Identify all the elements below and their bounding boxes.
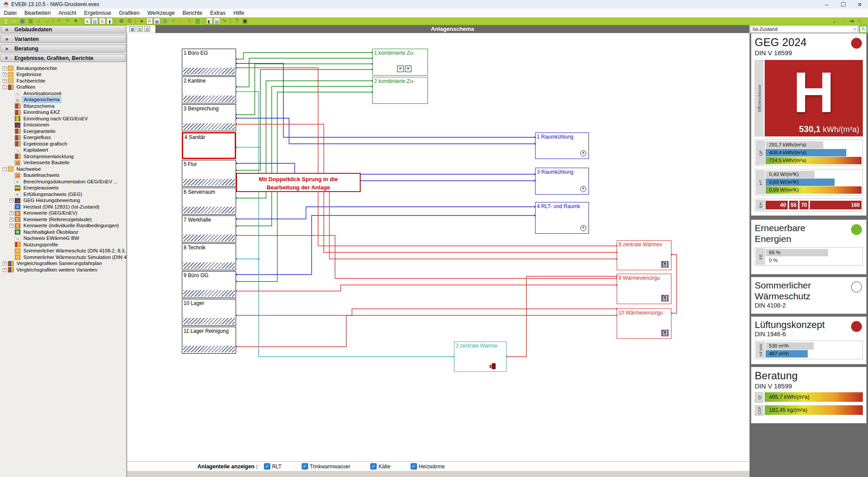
sidebar-section-varianten[interactable]: »Varianten: [0, 35, 126, 43]
ahu-box-1-kombinierte-zu[interactable]: 1 kombinierte Zu-✕✕: [372, 49, 428, 76]
import-icon[interactable]: ↓: [35, 18, 43, 24]
lightning-icon[interactable]: ↯: [186, 18, 193, 24]
expand-icon[interactable]: +: [3, 73, 7, 76]
expand-icon[interactable]: +: [10, 218, 13, 222]
copy-structure-icon[interactable]: ⧉: [118, 18, 125, 24]
tree-item-einordnung-nach-geg-enev[interactable]: Einordnung nach GEG/EnEV: [0, 116, 126, 122]
room-box-11-lager-reinigung[interactable]: 11 Lager Reinigung: [182, 327, 236, 354]
screen-icon[interactable]: ▣: [241, 18, 249, 24]
sun-icon[interactable]: ☀: [178, 18, 185, 24]
tree-item-berechnungsdokumentation-geg-enev[interactable]: ≡Berechnungsdokumentation GEG/EnEV ...: [0, 179, 126, 185]
expand-icon[interactable]: +: [3, 79, 7, 83]
layer-toggle-kälte[interactable]: ✓Kälte: [370, 463, 390, 470]
report-doc-icon[interactable]: ≡: [84, 18, 91, 24]
chart-bars-icon[interactable]: ▥: [194, 18, 201, 24]
heating-box-9-wärmeversorgu[interactable]: 9 Wärmeversorgu: [617, 274, 671, 304]
room-box-1-büro-eg[interactable]: 1 Büro EG: [182, 49, 236, 76]
tree-item-bilanzschema[interactable]: Bilanzschema: [0, 103, 126, 109]
table-icon[interactable]: ▦: [154, 18, 160, 24]
sidebar-section-ergebnisse-grafiken-berichte[interactable]: »Ergebnisse, Grafiken, Berichte: [0, 54, 126, 62]
room-box-5-flur[interactable]: 5 Flur: [182, 160, 236, 187]
menu-datei[interactable]: Datei: [0, 9, 20, 17]
tree-item-energiefluss[interactable]: Energiefluss: [0, 135, 126, 141]
room-box-3-besprechung[interactable]: 3 Besprechung: [182, 104, 236, 131]
checkbox-checked-icon[interactable]: ✓: [370, 463, 377, 470]
redo-icon[interactable]: ↷: [64, 18, 71, 24]
tree-item-kennwerte-individuelle-randbedingungen[interactable]: +ΣKennwerte (individuelle Randbedingunge…: [0, 223, 126, 229]
checkbox-checked-icon[interactable]: ✓: [302, 463, 308, 470]
room-box-10-lager[interactable]: 10 Lager: [182, 299, 236, 326]
checkbox-checked-icon[interactable]: ✓: [411, 463, 417, 470]
layer-toggle-trinkwarmwasser[interactable]: ✓Trinkwarmwasser: [302, 463, 351, 470]
menu-hilfe[interactable]: Hilfe: [230, 9, 248, 17]
cooling-box-3-raumkühlung[interactable]: 3 Raumkühlung✕: [535, 168, 589, 195]
sidebar-section-beratung[interactable]: »Beratung: [0, 44, 126, 53]
tree-item-kapitalwert[interactable]: ∿Kapitalwert: [0, 147, 126, 154]
tree-item-erfüllungsnachweis-geg[interactable]: ≡Erfüllungsnachweis (GEG): [0, 191, 126, 198]
tree-item-verbesserte-bauteile[interactable]: ▤Verbesserte Bauteile: [0, 160, 126, 166]
variant-dropdown[interactable]: Ist-Zustand ˅: [750, 26, 858, 33]
tree-item-emissionen[interactable]: ◢Emissionen: [0, 122, 126, 129]
room-box-2-kantine[interactable]: 2 Kantine: [182, 76, 236, 103]
goto-icon[interactable]: ⇥: [848, 18, 855, 24]
chart-doc-icon[interactable]: ▮: [106, 18, 113, 24]
tree-item-kennwerte-geg-enev[interactable]: +ΣKennwerte (GEG/EnEV): [0, 210, 126, 217]
expand-icon[interactable]: +: [10, 224, 13, 228]
tree-item-geg-heizungsbewertung[interactable]: +◢GEG Heizungsbewertung: [0, 198, 126, 204]
menu-grafiken[interactable]: Grafiken: [115, 9, 143, 17]
forward-icon[interactable]: →: [839, 18, 847, 24]
tree-item-strompreisentwicklung[interactable]: Strompreisentwicklung: [0, 153, 126, 160]
tree-item-fachberichte[interactable]: +Fachberichte: [0, 78, 126, 84]
print-icon[interactable]: ▥: [144, 26, 150, 32]
expand-icon[interactable]: +: [10, 199, 13, 202]
tree-item-energieausweis[interactable]: Energieausweis: [0, 185, 126, 192]
wizard-icon[interactable]: ✶: [72, 18, 79, 24]
maximize-button[interactable]: ☐: [835, 0, 852, 9]
tree-item-vergleichsgrafiken-sanierungsfahrplan[interactable]: +Vergleichsgrafiken Sanierungsfahrplan: [0, 261, 126, 267]
tree-item-amortisationszeit[interactable]: ∿Amortisationszeit: [0, 90, 126, 97]
menu-bearbeiten[interactable]: Bearbeiten: [20, 9, 54, 17]
room-box-8-technik[interactable]: 8 Technik: [182, 243, 236, 270]
dhw-box-2-zentrale-warmw[interactable]: 2 zentrale Warmw: [454, 341, 506, 372]
tree-item-vergleichsgrafiken-weitere-varianten[interactable]: +Vergleichsgrafiken weitere Varianten: [0, 267, 126, 273]
room-box-9-büro-og[interactable]: 9 Büro OG: [182, 271, 236, 298]
tree-item-anlagenschema[interactable]: ⧉Anlagenschema: [0, 97, 126, 103]
export-icon[interactable]: →: [43, 18, 51, 24]
expand-icon[interactable]: +: [3, 66, 7, 70]
layer-toggle-heizwärme[interactable]: ✓Heizwärme: [411, 463, 445, 470]
excel-icon[interactable]: X: [99, 18, 105, 24]
save-icon[interactable]: ▦: [19, 18, 26, 24]
cooling-box-1-raumkühlung[interactable]: 1 Raumkühlung✕: [535, 132, 589, 159]
tree-item-einordnung-ekz[interactable]: Einordnung EKZ: [0, 109, 126, 116]
note-icon[interactable]: ▤: [214, 18, 220, 24]
edit-chart-icon[interactable]: ✎: [856, 18, 863, 24]
help-icon[interactable]: ?: [233, 18, 240, 24]
export-icon[interactable]: ▤: [137, 26, 143, 32]
expand-icon[interactable]: +: [3, 262, 7, 265]
tree-item-nachhaltigkeit-ökobilanz[interactable]: ✿Nachhaltigkeit Ökobilanz: [0, 229, 126, 235]
tree-item-nachweise[interactable]: −Nachweise: [0, 166, 126, 172]
pdf-icon[interactable]: P: [146, 18, 153, 24]
pen-icon[interactable]: ✎: [221, 18, 228, 24]
collapse-icon[interactable]: −: [3, 167, 7, 171]
menu-ergebnisse[interactable]: Ergebnisse: [80, 9, 115, 17]
tree-item-nachweis-ewärmeg-bw[interactable]: ∿Nachweis EWärmeG BW: [0, 235, 126, 242]
record-icon[interactable]: ●: [138, 18, 145, 24]
ahu-box-2-kombinierte-zu[interactable]: 2 kombinierte Zu-: [372, 77, 428, 104]
menu-werkzeuge[interactable]: Werkzeuge: [143, 9, 178, 17]
tree-item-ergebnisse-grafisch[interactable]: Ergebnisse grafisch: [0, 141, 126, 147]
cooling-box-4-rlt-und-raumk[interactable]: 4 RLT- und Raumk✕: [535, 202, 589, 234]
menu-extras[interactable]: Extras: [206, 9, 229, 17]
save-all-icon[interactable]: ▦: [27, 18, 34, 24]
menu-ansicht[interactable]: Ansicht: [55, 9, 80, 17]
tree-item-beratungsberichte[interactable]: +Beratungsberichte: [0, 65, 126, 72]
back-icon[interactable]: ←: [831, 18, 838, 24]
tree-item-ergebnisse[interactable]: +Ergebnisse: [0, 72, 126, 78]
tree-item-kennwerte-referenzgebäude[interactable]: +ΣKennwerte (Referenzgebäude): [0, 216, 126, 223]
tree-item-heizlast-din-12831-ist-zustand[interactable]: AHeizlast (DIN 12831) (Ist-Zustand): [0, 204, 126, 210]
heating-box-8-zentrale-wärmev[interactable]: 8 zentrale Wärmev: [617, 240, 671, 270]
heating-box-10-wärmeversorgu[interactable]: 10 Wärmeversorgu: [617, 308, 671, 339]
tree-item-sommerlicher-wärmeschutz-din-4108-2-8-3-sonneneintragsk[interactable]: ☀Sommerlicher Wärmeschutz (DIN 4108-2, 8…: [0, 248, 126, 255]
menu-berichte[interactable]: Berichte: [178, 9, 206, 17]
collapse-icon[interactable]: −: [3, 85, 7, 89]
